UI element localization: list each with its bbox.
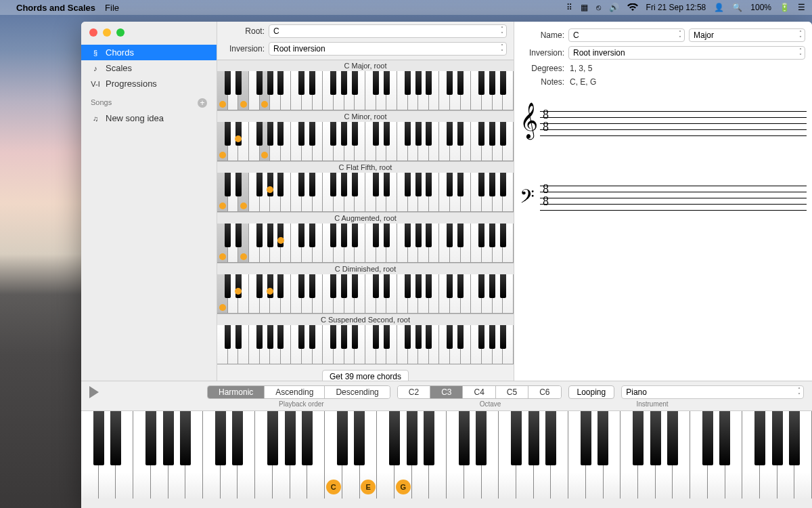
mini-keyboard — [217, 173, 514, 212]
seg-harmonic[interactable]: Harmonic — [208, 386, 265, 398]
piano-key-black[interactable] — [267, 411, 278, 465]
chord-preview[interactable]: C Suspended Second, root — [217, 314, 514, 364]
list-icon[interactable]: ☰ — [798, 3, 805, 12]
sidebar-item-label: Scales — [106, 63, 132, 73]
seg-descending[interactable]: Descending — [325, 386, 389, 398]
piano-key-black[interactable] — [633, 411, 644, 465]
chord-preview[interactable]: C Major, root — [217, 60, 514, 110]
piano-key-black[interactable] — [597, 411, 608, 465]
piano-key-black[interactable] — [285, 411, 296, 465]
piano-key-black[interactable] — [389, 411, 400, 465]
piano-key-black[interactable] — [754, 411, 765, 465]
app-window: §Chords♪ScalesV-IProgressions Songs + ♫N… — [81, 22, 812, 508]
name-root-value: C — [573, 30, 579, 40]
piano-key-black[interactable] — [545, 411, 556, 465]
instrument-label: Instrument — [636, 400, 668, 408]
piano-key-black[interactable] — [476, 411, 487, 465]
piano-key-black[interactable] — [511, 411, 522, 465]
chord-title: C Minor, root — [217, 111, 514, 122]
inversion-value: Root inversion — [273, 44, 325, 54]
piano-key-black[interactable] — [581, 411, 591, 465]
close-button[interactable] — [89, 28, 97, 37]
macos-menubar: Chords and Scales File ⠿ ▦ ⎋ 🔊 Fri 21 Se… — [0, 0, 812, 15]
piano-key-black[interactable] — [337, 411, 348, 465]
piano-key-black[interactable] — [789, 411, 800, 465]
piano-key-black[interactable] — [667, 411, 678, 465]
piano-key-black[interactable] — [145, 411, 156, 465]
mini-keyboard — [217, 325, 514, 364]
inversion-select[interactable]: Root inversion ˄˅ — [269, 42, 507, 56]
zoom-button[interactable] — [116, 28, 125, 37]
seg-c2[interactable]: C2 — [398, 386, 430, 398]
sidebar-item-scales[interactable]: ♪Scales — [81, 60, 217, 76]
chord-preview[interactable]: C Flat Fifth, root — [217, 161, 514, 212]
bass-clef-icon: 𝄢 — [520, 179, 535, 219]
spotlight-icon[interactable]: 🔍 — [732, 3, 742, 12]
instrument-value: Piano — [626, 387, 647, 397]
piano-key-black[interactable] — [650, 411, 661, 465]
play-button[interactable] — [89, 386, 99, 398]
sidebar-item-progressions[interactable]: V-IProgressions — [81, 76, 217, 91]
songs-header: Songs — [91, 98, 112, 108]
seg-c6[interactable]: C6 — [528, 386, 560, 398]
sidebar-icon: ♪ — [91, 64, 100, 72]
mini-keyboard — [217, 71, 514, 110]
octave-segment: C2C3C4C5C6 — [397, 385, 562, 399]
app-name[interactable]: Chords and Scales — [16, 3, 95, 13]
sidebar: §Chords♪ScalesV-IProgressions Songs + ♫N… — [81, 22, 217, 389]
name-root-select[interactable]: C ˄˅ — [568, 28, 685, 42]
bluetooth-icon[interactable]: ⎋ — [596, 3, 601, 12]
battery-icon[interactable]: 🔋 — [780, 3, 790, 12]
grid-icon[interactable]: ▦ — [581, 3, 588, 12]
song-item[interactable]: ♫New song idea — [81, 110, 217, 126]
name-quality-select[interactable]: Major ˄˅ — [689, 28, 805, 42]
piano-key-black[interactable] — [180, 411, 191, 465]
dropbox-icon[interactable]: ⠿ — [566, 3, 572, 12]
seg-c4[interactable]: C4 — [463, 386, 495, 398]
piano-key-black[interactable] — [702, 411, 713, 465]
menu-file[interactable]: File — [105, 3, 119, 13]
minimize-button[interactable] — [103, 28, 111, 37]
sidebar-item-chords[interactable]: §Chords — [81, 45, 217, 60]
master-keyboard[interactable]: CEG — [81, 410, 812, 499]
root-value: C — [273, 26, 279, 36]
seg-c5[interactable]: C5 — [496, 386, 528, 398]
volume-icon[interactable]: 🔊 — [609, 3, 619, 12]
piano-key-black[interactable] — [302, 411, 313, 465]
name-quality-value: Major — [694, 30, 714, 40]
piano-key-black[interactable] — [772, 411, 783, 465]
chord-preview[interactable]: C Augmented, root — [217, 212, 514, 263]
piano-key-black[interactable] — [110, 411, 121, 465]
chord-preview[interactable]: C Diminished, root — [217, 263, 514, 314]
piano-key-black[interactable] — [93, 411, 104, 465]
clock[interactable]: Fri 21 Sep 12:58 — [646, 3, 706, 12]
wifi-icon[interactable] — [627, 3, 638, 12]
looping-toggle[interactable]: Looping — [568, 385, 615, 399]
seg-c3[interactable]: C3 — [430, 386, 463, 398]
add-song-button[interactable]: + — [198, 98, 207, 108]
chord-title: C Suspended Second, root — [217, 314, 514, 325]
chord-list[interactable]: C Major, rootC Minor, rootC Flat Fifth, … — [217, 60, 514, 364]
seg-ascending[interactable]: Ascending — [265, 386, 325, 398]
user-icon[interactable]: 👤 — [714, 3, 724, 12]
piano-key-black[interactable] — [163, 411, 174, 465]
chevron-updown-icon: ˄˅ — [799, 48, 802, 59]
chord-title: C Diminished, root — [217, 263, 514, 274]
sidebar-item-label: Progressions — [106, 79, 157, 89]
chord-preview[interactable]: C Minor, root — [217, 110, 514, 161]
chevron-updown-icon: ˄˅ — [501, 44, 503, 55]
root-select[interactable]: C ˄˅ — [269, 24, 507, 38]
detail-inversion-select[interactable]: Root inversion ˄˅ — [568, 46, 805, 60]
piano-key-black[interactable] — [528, 411, 539, 465]
piano-key-black[interactable] — [424, 411, 434, 465]
note-marker-g: G — [396, 480, 411, 494]
piano-key-black[interactable] — [459, 411, 470, 465]
piano-key-black[interactable] — [232, 411, 243, 465]
piano-key-black[interactable] — [215, 411, 226, 465]
chord-title: C Augmented, root — [217, 213, 514, 224]
piano-key-black[interactable] — [354, 411, 365, 465]
piano-key-black[interactable] — [407, 411, 418, 465]
piano-key-black[interactable] — [719, 411, 730, 465]
root-label: Root: — [224, 26, 269, 36]
instrument-select[interactable]: Piano ˄˅ — [621, 385, 804, 399]
